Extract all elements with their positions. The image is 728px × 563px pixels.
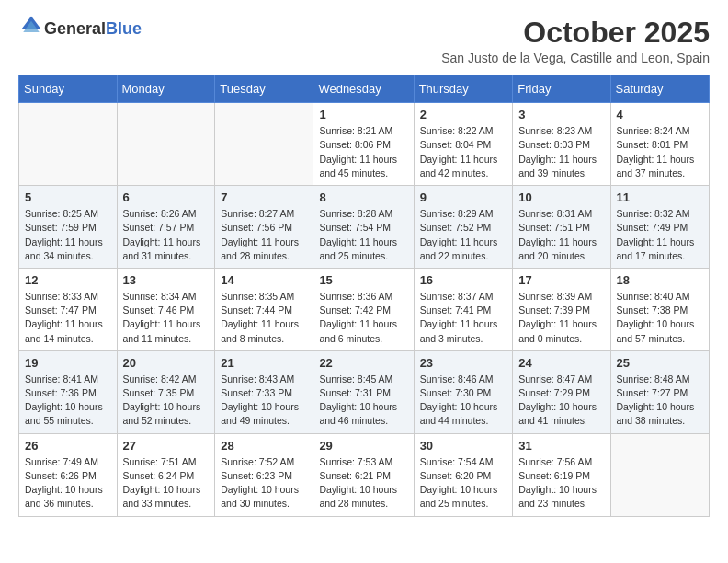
- calendar-day-cell: 14Sunrise: 8:35 AM Sunset: 7:44 PM Dayli…: [215, 268, 313, 350]
- calendar-day-cell: 29Sunrise: 7:53 AM Sunset: 6:21 PM Dayli…: [313, 433, 414, 516]
- day-info: Sunrise: 8:23 AM Sunset: 8:03 PM Dayligh…: [518, 124, 605, 180]
- day-number: 30: [420, 439, 508, 453]
- calendar-day-cell: 10Sunrise: 8:31 AM Sunset: 7:51 PM Dayli…: [513, 186, 610, 269]
- day-number: 31: [518, 439, 605, 453]
- day-number: 11: [617, 190, 704, 204]
- calendar-day-cell: 17Sunrise: 8:39 AM Sunset: 7:39 PM Dayli…: [513, 268, 610, 350]
- logo-blue-text: Blue: [106, 19, 142, 38]
- calendar-day-cell: 7Sunrise: 8:27 AM Sunset: 7:56 PM Daylig…: [215, 186, 313, 269]
- calendar-week-row: 26Sunrise: 7:49 AM Sunset: 6:26 PM Dayli…: [19, 433, 710, 516]
- calendar-day-cell: 2Sunrise: 8:22 AM Sunset: 8:04 PM Daylig…: [414, 103, 513, 186]
- day-number: 21: [221, 356, 308, 370]
- day-info: Sunrise: 8:27 AM Sunset: 7:56 PM Dayligh…: [221, 207, 308, 263]
- calendar-day-cell: 19Sunrise: 8:41 AM Sunset: 7:36 PM Dayli…: [19, 350, 118, 433]
- day-of-week-header: Monday: [117, 75, 215, 103]
- day-info: Sunrise: 7:54 AM Sunset: 6:20 PM Dayligh…: [420, 455, 508, 511]
- day-of-week-header: Thursday: [414, 75, 513, 103]
- day-number: 12: [25, 273, 112, 287]
- day-number: 13: [123, 273, 210, 287]
- logo-general-text: General: [44, 19, 106, 38]
- day-number: 9: [420, 190, 508, 204]
- day-number: 8: [319, 190, 408, 204]
- day-of-week-header: Tuesday: [215, 75, 313, 103]
- day-info: Sunrise: 8:37 AM Sunset: 7:41 PM Dayligh…: [420, 290, 508, 346]
- calendar-day-cell: 20Sunrise: 8:42 AM Sunset: 7:35 PM Dayli…: [117, 350, 215, 433]
- calendar-day-cell: 12Sunrise: 8:33 AM Sunset: 7:47 PM Dayli…: [19, 268, 118, 350]
- day-of-week-header: Wednesday: [313, 75, 414, 103]
- day-info: Sunrise: 8:36 AM Sunset: 7:42 PM Dayligh…: [319, 290, 408, 346]
- calendar-day-cell: 28Sunrise: 7:52 AM Sunset: 6:23 PM Dayli…: [215, 433, 313, 516]
- day-info: Sunrise: 8:26 AM Sunset: 7:57 PM Dayligh…: [123, 207, 210, 263]
- calendar-day-cell: 4Sunrise: 8:24 AM Sunset: 8:01 PM Daylig…: [610, 103, 709, 186]
- calendar-day-cell: 30Sunrise: 7:54 AM Sunset: 6:20 PM Dayli…: [414, 433, 513, 516]
- day-number: 26: [25, 439, 112, 453]
- calendar-table: SundayMondayTuesdayWednesdayThursdayFrid…: [18, 75, 710, 516]
- day-number: 25: [617, 356, 704, 370]
- calendar-day-cell: [19, 103, 118, 186]
- day-number: 24: [518, 356, 605, 370]
- day-info: Sunrise: 8:33 AM Sunset: 7:47 PM Dayligh…: [25, 290, 112, 346]
- calendar-day-cell: 3Sunrise: 8:23 AM Sunset: 8:03 PM Daylig…: [513, 103, 610, 186]
- day-number: 22: [319, 356, 408, 370]
- day-info: Sunrise: 8:47 AM Sunset: 7:29 PM Dayligh…: [518, 373, 605, 429]
- day-of-week-header: Friday: [513, 75, 610, 103]
- calendar-title: October 2025: [441, 17, 710, 49]
- header-row: SundayMondayTuesdayWednesdayThursdayFrid…: [19, 75, 710, 103]
- page: GeneralBlue October 2025 San Justo de la…: [0, 0, 728, 530]
- day-number: 1: [319, 108, 408, 121]
- calendar-day-cell: 24Sunrise: 8:47 AM Sunset: 7:29 PM Dayli…: [513, 350, 610, 433]
- day-info: Sunrise: 8:45 AM Sunset: 7:31 PM Dayligh…: [319, 373, 408, 429]
- day-number: 17: [518, 273, 605, 287]
- calendar-day-cell: 26Sunrise: 7:49 AM Sunset: 6:26 PM Dayli…: [19, 433, 118, 516]
- day-info: Sunrise: 8:48 AM Sunset: 7:27 PM Dayligh…: [617, 373, 704, 429]
- day-of-week-header: Sunday: [19, 75, 118, 103]
- day-info: Sunrise: 8:32 AM Sunset: 7:49 PM Dayligh…: [617, 207, 704, 263]
- calendar-day-cell: 1Sunrise: 8:21 AM Sunset: 8:06 PM Daylig…: [313, 103, 414, 186]
- day-info: Sunrise: 7:56 AM Sunset: 6:19 PM Dayligh…: [518, 455, 605, 511]
- calendar-day-cell: 11Sunrise: 8:32 AM Sunset: 7:49 PM Dayli…: [610, 186, 709, 269]
- day-info: Sunrise: 8:34 AM Sunset: 7:46 PM Dayligh…: [123, 290, 210, 346]
- day-number: 6: [123, 190, 210, 204]
- calendar-day-cell: [610, 433, 709, 516]
- day-number: 27: [123, 439, 210, 453]
- day-info: Sunrise: 8:40 AM Sunset: 7:38 PM Dayligh…: [617, 290, 704, 346]
- calendar-day-cell: 5Sunrise: 8:25 AM Sunset: 7:59 PM Daylig…: [19, 186, 118, 269]
- day-info: Sunrise: 8:31 AM Sunset: 7:51 PM Dayligh…: [518, 207, 605, 263]
- day-info: Sunrise: 8:25 AM Sunset: 7:59 PM Dayligh…: [25, 207, 112, 263]
- logo-icon: [18, 13, 44, 39]
- day-info: Sunrise: 8:22 AM Sunset: 8:04 PM Dayligh…: [420, 124, 508, 180]
- day-number: 14: [221, 273, 308, 287]
- day-info: Sunrise: 7:49 AM Sunset: 6:26 PM Dayligh…: [25, 455, 112, 511]
- day-info: Sunrise: 7:53 AM Sunset: 6:21 PM Dayligh…: [319, 455, 408, 511]
- calendar-subtitle: San Justo de la Vega, Castille and Leon,…: [441, 51, 710, 65]
- calendar-day-cell: 8Sunrise: 8:28 AM Sunset: 7:54 PM Daylig…: [313, 186, 414, 269]
- calendar-day-cell: [117, 103, 215, 186]
- day-number: 29: [319, 439, 408, 453]
- calendar-week-row: 12Sunrise: 8:33 AM Sunset: 7:47 PM Dayli…: [19, 268, 710, 350]
- day-number: 2: [420, 108, 508, 121]
- day-info: Sunrise: 8:35 AM Sunset: 7:44 PM Dayligh…: [221, 290, 308, 346]
- calendar-day-cell: 25Sunrise: 8:48 AM Sunset: 7:27 PM Dayli…: [610, 350, 709, 433]
- day-number: 3: [518, 108, 605, 121]
- day-number: 20: [123, 356, 210, 370]
- calendar-day-cell: 21Sunrise: 8:43 AM Sunset: 7:33 PM Dayli…: [215, 350, 313, 433]
- calendar-week-row: 1Sunrise: 8:21 AM Sunset: 8:06 PM Daylig…: [19, 103, 710, 186]
- day-number: 16: [420, 273, 508, 287]
- day-number: 15: [319, 273, 408, 287]
- calendar-day-cell: 27Sunrise: 7:51 AM Sunset: 6:24 PM Dayli…: [117, 433, 215, 516]
- day-of-week-header: Saturday: [610, 75, 709, 103]
- calendar-day-cell: 22Sunrise: 8:45 AM Sunset: 7:31 PM Dayli…: [313, 350, 414, 433]
- day-info: Sunrise: 8:28 AM Sunset: 7:54 PM Dayligh…: [319, 207, 408, 263]
- day-info: Sunrise: 8:46 AM Sunset: 7:30 PM Dayligh…: [420, 373, 508, 429]
- calendar-day-cell: 9Sunrise: 8:29 AM Sunset: 7:52 PM Daylig…: [414, 186, 513, 269]
- calendar-day-cell: [215, 103, 313, 186]
- day-number: 10: [518, 190, 605, 204]
- day-info: Sunrise: 7:51 AM Sunset: 6:24 PM Dayligh…: [123, 455, 210, 511]
- day-number: 23: [420, 356, 508, 370]
- calendar-day-cell: 16Sunrise: 8:37 AM Sunset: 7:41 PM Dayli…: [414, 268, 513, 350]
- calendar-week-row: 19Sunrise: 8:41 AM Sunset: 7:36 PM Dayli…: [19, 350, 710, 433]
- logo: GeneralBlue: [18, 17, 142, 42]
- day-info: Sunrise: 7:52 AM Sunset: 6:23 PM Dayligh…: [221, 455, 308, 511]
- header: GeneralBlue October 2025 San Justo de la…: [18, 17, 710, 65]
- day-info: Sunrise: 8:41 AM Sunset: 7:36 PM Dayligh…: [25, 373, 112, 429]
